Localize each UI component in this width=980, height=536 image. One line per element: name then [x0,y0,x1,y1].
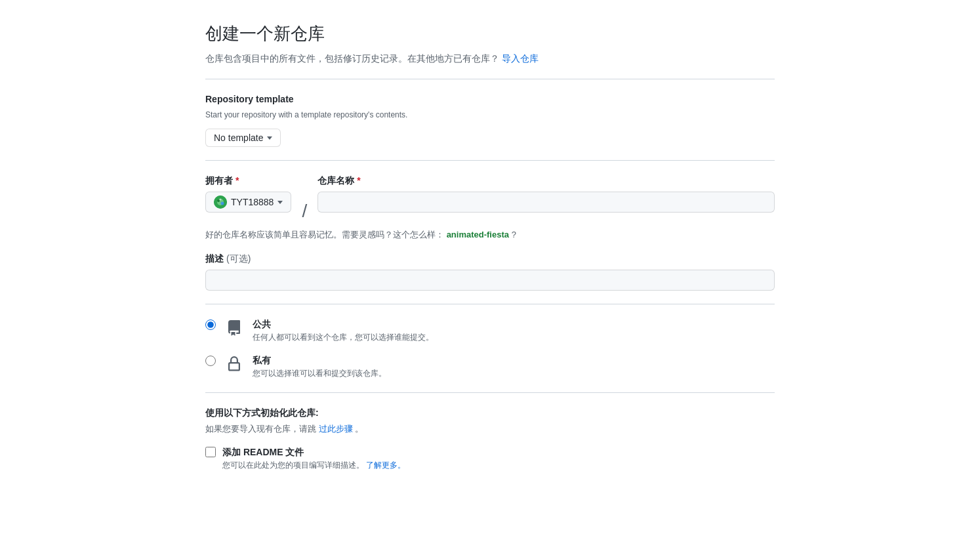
public-content: 公共 任何人都可以看到这个仓库，您可以选择谁能提交。 [253,318,775,343]
repo-required-star: * [357,174,360,188]
template-section-title: Repository template [205,93,775,106]
private-option: 私有 您可以选择谁可以看和提交到该仓库。 [205,354,775,379]
readme-option: 添加 README 文件 您可以在此处为您的项目编写详细描述。 了解更多。 [205,445,775,471]
import-link[interactable]: 导入仓库 [502,53,539,64]
page-title: 创建一个新仓库 [205,21,775,47]
public-desc: 任何人都可以看到这个仓库，您可以选择谁能提交。 [253,331,775,343]
public-title: 公共 [253,318,775,331]
chevron-down-icon [267,136,272,140]
lock-icon [224,354,245,375]
readme-content: 添加 README 文件 您可以在此处为您的项目编写详细描述。 了解更多。 [222,445,405,471]
template-section: Repository template Start your repositor… [205,93,775,147]
owner-field-group: 拥有者 * TYT18888 [205,174,291,213]
repo-name-input[interactable] [317,192,775,213]
subtitle-text: 仓库包含项目中的所有文件，包括修订历史记录。在其他地方已有仓库？ [205,53,499,64]
page-container: 创建一个新仓库 仓库包含项目中的所有文件，包括修订历史记录。在其他地方已有仓库？… [195,0,785,518]
owner-dropdown-button[interactable]: TYT18888 [205,192,291,213]
description-optional: (可选) [226,252,251,266]
template-section-subtitle: Start your repository with a template re… [205,109,775,121]
readme-title: 添加 README 文件 [222,445,405,459]
repo-public-icon [224,318,245,339]
suggestion-name[interactable]: animated-fiesta [447,230,509,239]
svg-point-3 [221,202,224,205]
section-divider-1 [205,79,775,79]
template-button-label: No template [214,133,263,143]
template-dropdown-button[interactable]: No template [205,129,281,147]
init-section-subtitle: 如果您要导入现有仓库，请跳 过此步骤 。 [205,423,775,436]
skip-step-link[interactable]: 过此步骤 [319,424,353,434]
public-option: 公共 任何人都可以看到这个仓库，您可以选择谁能提交。 [205,318,775,343]
repo-separator: / [302,202,307,223]
svg-point-4 [220,199,222,201]
private-title: 私有 [253,354,775,367]
owner-chevron-icon [277,201,283,204]
owner-label: 拥有者 * [205,174,291,188]
suggestion-text: 好的仓库名称应该简单且容易记忆。需要灵感吗？这个怎么样： animated-fi… [205,228,775,241]
owner-avatar [214,196,227,209]
description-input[interactable] [205,270,775,291]
private-content: 私有 您可以选择谁可以看和提交到该仓库。 [253,354,775,379]
readme-checkbox[interactable] [205,447,216,457]
owner-name: TYT18888 [231,197,274,207]
svg-point-2 [217,199,220,202]
page-subtitle: 仓库包含项目中的所有文件，包括修订历史记录。在其他地方已有仓库？ 导入仓库 [205,52,775,66]
repo-name-field-group: 仓库名称 * [317,174,775,213]
description-field-group: 描述 (可选) [205,252,775,291]
private-desc: 您可以选择谁可以看和提交到该仓库。 [253,367,775,379]
section-divider-3 [205,304,775,304]
readme-desc: 您可以在此处为您的项目编写详细描述。 了解更多。 [222,459,405,471]
public-radio[interactable] [205,320,216,330]
section-divider-2 [205,160,775,161]
private-radio[interactable] [205,356,216,366]
owner-required-star: * [235,174,239,188]
repo-name-label: 仓库名称 * [317,174,775,188]
section-divider-4 [205,392,775,393]
init-section-title: 使用以下方式初始化此仓库: [205,406,775,420]
readme-learn-more-link[interactable]: 了解更多。 [366,461,405,470]
description-label: 描述 (可选) [205,252,775,266]
